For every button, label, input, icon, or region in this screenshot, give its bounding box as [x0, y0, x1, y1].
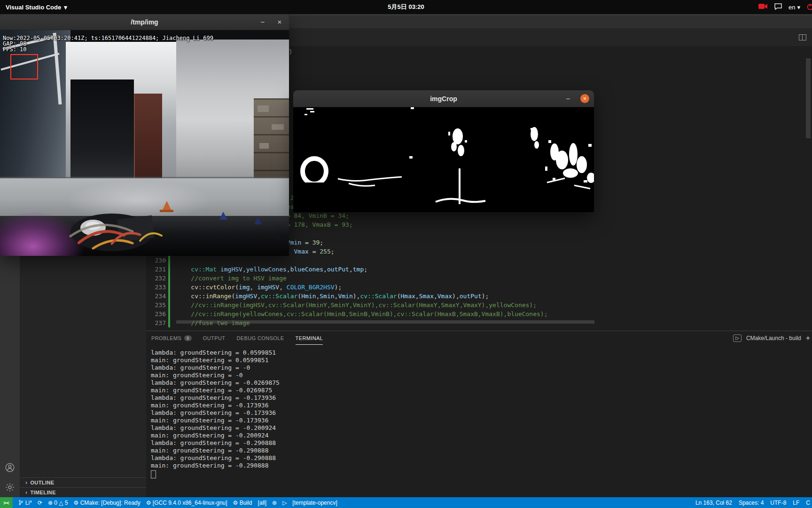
terminal-line: lambda: groundSteering = -0.290888 — [151, 439, 812, 447]
indentation[interactable]: Spaces: 4 — [739, 500, 764, 506]
panel-tab-debug-console[interactable]: DEBUG CONSOLE — [236, 331, 284, 345]
line-number: 235 — [150, 301, 166, 310]
code-line: 231 cv::Mat imgHSV,yellowCones,blueCones… — [146, 265, 812, 274]
line-number: 234 — [150, 292, 166, 301]
launch-profile-icon[interactable]: ▷ — [733, 334, 742, 342]
terminal-line: main: groundSteering = -0.173936 — [151, 402, 812, 409]
tmp-img-window: /tmp/img − × — [0, 14, 289, 256]
vertical-scrollbar[interactable] — [806, 58, 811, 138]
line-number: 237 — [150, 318, 166, 327]
screen-record-icon[interactable] — [758, 3, 768, 11]
remote-indicator[interactable]: >< — [0, 497, 13, 508]
terminal-cursor — [151, 470, 156, 478]
cmake-kit[interactable]: ⚙ [GCC 9.4.0 x86_64-linux-gnu] — [146, 500, 227, 506]
problems-count-badge: 5 — [184, 335, 191, 341]
launch-profile-label[interactable]: CMake/Launch - build — [746, 335, 801, 341]
imgcrop-titlebar[interactable]: imgCrop − × — [293, 90, 594, 107]
line-number: 231 — [150, 265, 166, 274]
split-editor-icon[interactable] — [799, 34, 806, 40]
panel-tabs: PROBLEMS5OUTPUTDEBUG CONSOLETERMINAL — [151, 331, 323, 345]
close-icon[interactable]: × — [275, 17, 284, 27]
bottom-panel: PROBLEMS5OUTPUTDEBUG CONSOLETERMINAL ▷ C… — [146, 331, 812, 497]
problems-status[interactable]: ⊗ 0 △ 5 — [48, 500, 68, 506]
minimize-icon[interactable]: − — [563, 94, 573, 103]
terminal-line: lambda: groundSteering = -0.173936 — [151, 409, 812, 417]
detection-rectangle — [10, 54, 38, 79]
code-text: cv::cvtColor(img, imgHSV, COLOR_BGR2HSV)… — [176, 283, 342, 292]
panel-tab-terminal[interactable]: TERMINAL — [296, 331, 323, 345]
code-line: 234 cv::inRange(imgHSV,cv::Scalar(Hmin,S… — [146, 292, 812, 301]
tmp-img-titlebar[interactable]: /tmp/img − × — [0, 14, 289, 30]
terminal-line: main: groundSteering = -0.290888 — [151, 447, 812, 454]
cmake-build-button[interactable]: ⚙ Build — [233, 500, 252, 506]
status-bar-left: ><Li*⟳⊗ 0 △ 5⚙ CMake: [Debug]: Ready⚙ [G… — [0, 497, 337, 508]
ctest-button[interactable]: ⊛ — [272, 500, 277, 506]
accounts-icon[interactable] — [5, 462, 15, 475]
system-tray: en ▾ — [758, 3, 812, 11]
line-number: 233 — [150, 283, 166, 292]
panel-header: PROBLEMS5OUTPUTDEBUG CONSOLETERMINAL ▷ C… — [146, 331, 812, 345]
language-label: en — [789, 4, 795, 11]
terminal-line: main: groundSteering = -0.0269875 — [151, 387, 812, 394]
minimize-icon[interactable]: − — [258, 17, 267, 27]
app-menu-label: Visual Studio Code — [6, 4, 61, 11]
panel-tab-output[interactable]: OUTPUT — [203, 331, 226, 345]
panel-actions: ▷ CMake/Launch - build + — [733, 331, 810, 345]
code-line: 230 — [146, 256, 812, 265]
terminal-line: lambda: groundSteering = -0 — [151, 364, 812, 372]
terminal-line: main: groundSteering = -0.290888 — [151, 462, 812, 469]
code-line: 235 //cv::inRange(imgHSV,cv::Scalar(Hmin… — [146, 301, 812, 310]
terminal-line: lambda: groundSteering = -0.173936 — [151, 394, 812, 402]
cursor-position[interactable]: Ln 163, Col 62 — [695, 500, 732, 506]
git-branch[interactable]: Li* — [18, 500, 32, 506]
terminal-line: lambda: groundSteering = -0.200924 — [151, 424, 812, 432]
code-text: //cv::inRange(imgHSV,cv::Scalar(HminY,Sm… — [176, 301, 537, 310]
terminal[interactable]: lambda: groundSteering = 0.0599851main: … — [146, 345, 812, 497]
line-number: 236 — [150, 310, 166, 318]
horizontal-scrollbar[interactable] — [176, 320, 594, 324]
sync-status[interactable]: ⟳ — [38, 500, 42, 506]
chevron-right-icon: › — [25, 479, 27, 486]
terminal-line: main: groundSteering = 0.0599851 — [151, 357, 812, 364]
sidebar-section-label: OUTLINE — [30, 480, 54, 485]
launch-target[interactable]: [template-opencv] — [292, 500, 337, 506]
terminal-output: lambda: groundSteering = 0.0599851main: … — [146, 345, 812, 469]
imgcrop-title: imgCrop — [430, 95, 457, 103]
code-line: 233 cv::cvtColor(img, imgHSV, COLOR_BGR2… — [146, 283, 812, 292]
sidebar-section-timeline[interactable]: ›TIMELINE — [20, 487, 146, 497]
clock[interactable]: 5月5日 03:20 — [388, 3, 424, 11]
code-text: //convert img to HSV image — [176, 274, 287, 283]
debug-run-button[interactable]: ▷ — [282, 500, 287, 506]
cmake-variant[interactable]: ⚙ CMake: [Debug]: Ready — [74, 500, 141, 506]
eol[interactable]: LF — [793, 500, 799, 506]
close-icon[interactable]: × — [580, 94, 589, 103]
encoding[interactable]: UTF-8 — [770, 500, 786, 506]
code-text: cv::Mat imgHSV,yellowCones,blueCones,out… — [176, 265, 367, 274]
app-menu-button[interactable]: Visual Studio Code ▾ — [6, 4, 67, 11]
line-number: 232 — [150, 274, 166, 283]
binary-threshold-image — [293, 107, 594, 212]
language-indicator[interactable]: en ▾ — [789, 4, 800, 11]
status-bar: ><Li*⟳⊗ 0 △ 5⚙ CMake: [Debug]: Ready⚙ [G… — [0, 497, 812, 508]
terminal-line: lambda: groundSteering = -0.0269875 — [151, 379, 812, 387]
code-line: 236 //cv::inRange(yellowCones,cv::Scalar… — [146, 310, 812, 318]
panel-tab-problems[interactable]: PROBLEMS5 — [151, 331, 192, 345]
language-mode[interactable]: C — [806, 500, 810, 506]
terminal-line: main: groundSteering = -0 — [151, 372, 812, 379]
cmake-target[interactable]: [all] — [258, 500, 266, 506]
chat-icon[interactable] — [774, 3, 782, 11]
line-number: 230 — [150, 256, 166, 265]
sidebar-section-outline[interactable]: ›OUTLINE — [20, 477, 146, 487]
status-bar-right: Ln 163, Col 62Spaces: 4UTF-8LFC — [695, 497, 812, 508]
code-text: //cv::inRange(yellowCones,cv::Scalar(Hmi… — [176, 310, 548, 318]
settings-gear-icon[interactable] — [5, 482, 15, 494]
microphone-icon[interactable] — [807, 3, 812, 11]
screen: docker cmd\ template-opencv.cpp - cpp-op… — [0, 0, 812, 508]
terminal-line: main: groundSteering = -0.200924 — [151, 432, 812, 439]
caret-down-icon: ▾ — [64, 4, 67, 11]
new-terminal-icon[interactable]: + — [806, 334, 810, 342]
terminal-line: lambda: groundSteering = -0.290888 — [151, 454, 812, 462]
imgcrop-window: imgCrop − × — [293, 90, 594, 212]
scene-details — [0, 30, 289, 256]
terminal-line: main: groundSteering = -0.173936 — [151, 417, 812, 424]
